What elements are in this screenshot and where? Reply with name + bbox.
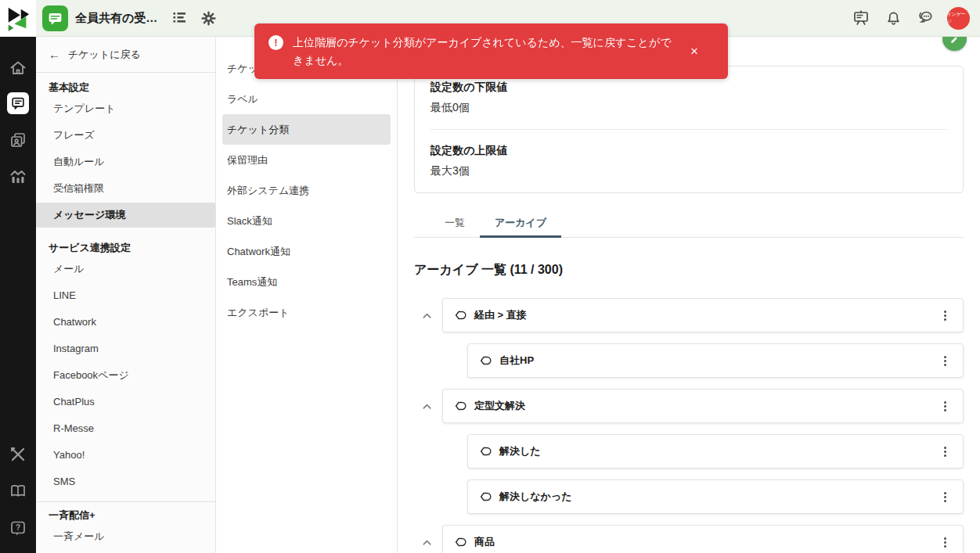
submenu-item[interactable]: 保留理由 <box>222 145 391 175</box>
tools-icon[interactable] <box>7 443 29 465</box>
archive-row-card[interactable]: 経由 > 直接 <box>442 298 964 332</box>
archive-row-card[interactable]: 自社HP <box>467 343 964 378</box>
archive-row: 定型文解決 <box>421 389 964 423</box>
sidebar-item-label: Chatwork <box>53 316 96 328</box>
help-icon[interactable]: ? <box>7 517 29 539</box>
sidebar-item-label: メール <box>53 263 85 275</box>
archive-row-card[interactable]: 解決した <box>467 434 964 469</box>
kebab-menu-icon[interactable] <box>938 353 952 368</box>
edit-fab-button[interactable] <box>942 37 967 51</box>
contacts-icon[interactable] <box>7 129 29 151</box>
tab-label: 一覧 <box>445 217 465 228</box>
archive-row: 解決しなかった <box>446 479 964 514</box>
sidebar-item[interactable]: Facebookページ <box>36 363 215 388</box>
settings-sidebar: ← チケットに戻る 基本設定 テンプレートフレーズ自動ルール受信箱権限メッセージ… <box>36 37 216 553</box>
kebab-menu-icon[interactable] <box>938 398 952 414</box>
announcement-board-icon[interactable] <box>852 9 870 27</box>
sidebar-item[interactable]: LINE <box>36 283 215 308</box>
back-link-label: チケットに戻る <box>68 48 141 62</box>
message-env-submenu: チケットラベルチケット分類保留理由外部システム連携Slack通知Chatwork… <box>216 37 398 553</box>
sort-icon[interactable] <box>170 9 189 27</box>
home-icon[interactable] <box>7 57 29 79</box>
relation-logo[interactable] <box>0 0 36 37</box>
svg-text:?: ? <box>16 523 20 532</box>
chevron-up-icon[interactable] <box>421 537 442 548</box>
sidebar-item[interactable]: メール <box>36 257 215 282</box>
sidebar-section-basic-items: テンプレートフレーズ自動ルール受信箱権限メッセージ環境 <box>36 96 215 228</box>
chat-bubble-icon <box>47 10 63 27</box>
avatar-label: インゲージ <box>947 11 970 25</box>
submenu-item[interactable]: ラベル <box>222 84 391 114</box>
sidebar-section-title-broadcast: 一斉配信+ <box>42 508 215 522</box>
sidebar-item-label: テンプレート <box>53 102 116 114</box>
archive-row-label: 自社HP <box>499 354 534 368</box>
back-to-tickets-link[interactable]: ← チケットに戻る <box>36 37 215 72</box>
inbox-icon[interactable] <box>42 5 68 31</box>
sidebar-item[interactable]: Yahoo! <box>36 443 215 468</box>
submenu-item[interactable]: Slack通知 <box>222 206 391 236</box>
submenu-item[interactable]: エクスポート <box>222 297 391 328</box>
analytics-icon[interactable] <box>7 166 29 188</box>
submenu-item[interactable]: チケット分類 <box>222 114 391 145</box>
submenu-item-label: Slack通知 <box>227 215 272 227</box>
avatar[interactable]: インゲージ <box>947 7 970 30</box>
chevron-up-icon[interactable] <box>421 310 442 321</box>
sidebar-item[interactable]: テンプレート <box>36 96 215 121</box>
sidebar-item[interactable]: フレーズ <box>36 123 215 148</box>
book-icon[interactable] <box>7 480 29 502</box>
gear-icon[interactable] <box>199 9 218 27</box>
sidebar-item[interactable]: SMS <box>36 469 215 494</box>
sidebar-item[interactable]: メッセージ環境 <box>36 203 215 228</box>
submenu-item[interactable]: Teams通知 <box>222 267 391 297</box>
sidebar-item[interactable]: 自動ルール <box>36 149 215 174</box>
messages-icon[interactable] <box>7 92 29 114</box>
sidebar-item-label: 自動ルール <box>53 156 105 167</box>
relation-logo-icon <box>5 5 31 32</box>
submenu-item[interactable]: Chatwork通知 <box>222 236 391 267</box>
sidebar-item[interactable]: Instagram <box>36 336 215 361</box>
sidebar-item-label: ChatPlus <box>53 396 95 408</box>
submenu-item-label: エクスポート <box>227 307 290 318</box>
tab-label: アーカイブ <box>495 217 546 228</box>
archive-row-card[interactable]: 商品 <box>442 525 964 553</box>
sidebar-item-label: メッセージ環境 <box>53 209 125 221</box>
kebab-menu-icon[interactable] <box>938 489 952 505</box>
tab[interactable]: アーカイブ <box>480 213 561 238</box>
toast-message: 上位階層のチケット分類がアーカイブされているため、一覧に戻すことができません。 <box>293 34 678 69</box>
alert-icon: ! <box>268 35 283 50</box>
sidebar-section-services-items: メールLINEChatworkInstagramFacebookページChatP… <box>36 257 215 494</box>
archive-row: 自社HP <box>446 343 964 378</box>
chevron-up-icon[interactable] <box>421 400 442 412</box>
error-toast: ! 上位階層のチケット分類がアーカイブされているため、一覧に戻すことができません… <box>254 23 728 79</box>
archive-row-card[interactable]: 解決しなかった <box>467 479 964 514</box>
bell-icon[interactable] <box>884 9 903 27</box>
sidebar-item[interactable]: Chatwork <box>36 310 215 335</box>
setting-value: 最大3個 <box>431 163 947 178</box>
submenu-item-label: ラベル <box>227 93 258 105</box>
sidebar-item[interactable]: 受信箱権限 <box>36 176 215 201</box>
submenu-item-label: チケット分類 <box>227 124 289 135</box>
archive-row: 経由 > 直接 <box>421 298 964 332</box>
sidebar-item[interactable]: R-Messe <box>36 416 215 441</box>
sidebar-item[interactable]: 一斉メール <box>36 524 215 549</box>
archive-row-label: 解決しなかった <box>499 490 572 504</box>
sidebar-item-label: SMS <box>53 476 75 487</box>
kebab-menu-icon[interactable] <box>938 443 952 459</box>
submenu-item[interactable]: 外部システム連携 <box>222 175 391 206</box>
sidebar-item-label: フレーズ <box>53 129 95 141</box>
close-icon[interactable]: × <box>687 45 701 58</box>
setting-value: 最低0個 <box>431 100 947 114</box>
sidebar-section-title-basic: 基本設定 <box>42 81 215 95</box>
submenu-item-label: 保留理由 <box>227 154 268 166</box>
sidebar-item[interactable]: ChatPlus <box>36 390 215 415</box>
archive-row-card[interactable]: 定型文解決 <box>442 389 964 423</box>
back-arrow-icon: ← <box>49 48 60 61</box>
tab[interactable]: 一覧 <box>430 213 480 238</box>
archive-row-label: 商品 <box>474 535 495 549</box>
divider <box>36 72 215 73</box>
archive-rows: 経由 > 直接 自社HP <box>398 298 980 553</box>
chat-bubbles-icon[interactable] <box>916 9 935 27</box>
sidebar-item-label: Facebookページ <box>53 369 129 381</box>
kebab-menu-icon[interactable] <box>938 534 952 550</box>
kebab-menu-icon[interactable] <box>938 307 952 323</box>
